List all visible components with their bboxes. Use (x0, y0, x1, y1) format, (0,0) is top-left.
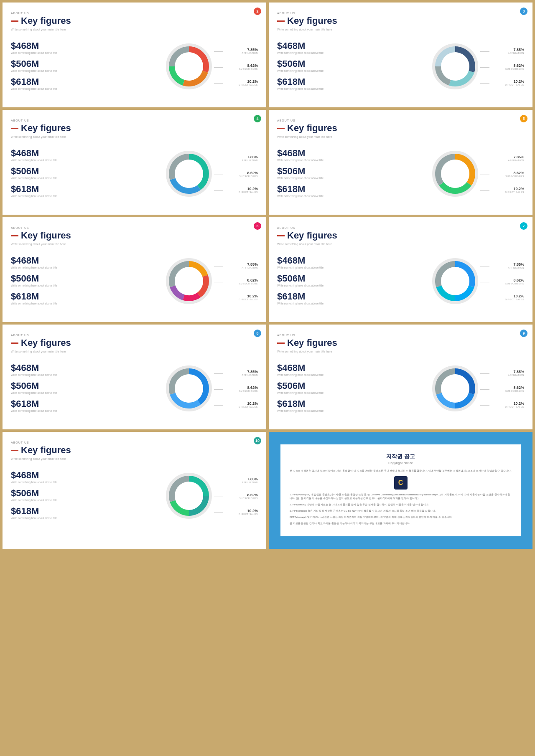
content-area: $468M Write something here about above t… (11, 357, 258, 422)
metric-value: $506M (11, 381, 162, 391)
metric-label: Write something here about above title (277, 391, 428, 394)
title-bar (277, 235, 285, 236)
legend-line-3 (480, 83, 489, 84)
legend-name: DIRECT SALES (239, 191, 258, 193)
copyright-paragraph: 2. PPT(Base2) 기반의 파일 자료는 본 사이트의 동의를 받지 않… (290, 503, 512, 507)
legend-line-3 (480, 405, 489, 406)
metric-value: $506M (11, 166, 162, 177)
legend-name: AFFILIATION (242, 266, 258, 269)
slide-subtitle: Write something about your main title he… (11, 457, 258, 460)
slide-subtitle: Write something about your main title he… (277, 28, 524, 31)
legend-item: 10.2% DIRECT SALES (505, 401, 524, 408)
about-label: ABOUT US (277, 12, 524, 15)
metric-item: $468M Write something here about above t… (277, 255, 428, 269)
legend-name: DIRECT SALES (239, 298, 258, 301)
legend-name: DIRECT SALES (239, 406, 258, 408)
legend-value: 8.62% (513, 171, 524, 175)
metric-item: $468M Write something here about above t… (11, 363, 162, 376)
slide-badge: 8 (254, 330, 261, 337)
metric-value: $618M (11, 184, 162, 195)
slide-subtitle: Write something about your main title he… (11, 243, 258, 246)
chart-area: 7.85% AFFILIATION 8.62% SUBSCRIBERS 10.2… (428, 35, 524, 100)
legend-line-2 (480, 282, 489, 282)
slide-title: Key figures (287, 337, 337, 348)
content-area: $468M Write something here about above t… (11, 250, 258, 315)
title-bar (11, 20, 18, 22)
metric-value: $618M (11, 398, 162, 409)
title-row: Key figures (11, 15, 258, 26)
metrics-panel: $468M Write something here about above t… (277, 41, 428, 94)
metric-item: $506M Write something here about above t… (11, 488, 162, 502)
metric-value: $506M (277, 58, 428, 69)
donut-wrapper (164, 256, 214, 308)
metric-value: $618M (11, 76, 162, 87)
metric-item: $618M Write something here about above t… (11, 398, 162, 412)
metrics-panel: $468M Write something here about above t… (277, 148, 428, 202)
legend-item: 7.85% AFFILIATION (242, 477, 258, 484)
legend-item: 8.62% SUBSCRIBERS (239, 493, 258, 500)
metric-item: $506M Write something here about above t… (277, 381, 428, 394)
metric-value: $618M (277, 76, 428, 87)
title-bar (277, 128, 285, 129)
metric-item: $468M Write something here about above t… (11, 148, 162, 162)
metric-value: $468M (277, 148, 428, 159)
legend-wrapper: 7.85% AFFILIATION 8.62% SUBSCRIBERS 10.2… (491, 254, 524, 312)
title-row: Key figures (277, 337, 524, 348)
slide-title: Key figures (21, 337, 71, 348)
title-row: Key figures (11, 123, 258, 134)
slide-7: 7 ABOUT US Key figures Write something a… (269, 217, 532, 322)
donut-wrapper (430, 363, 480, 415)
legend-name: AFFILIATION (508, 374, 524, 376)
donut-chart (164, 256, 214, 306)
slide-5: 5 ABOUT US Key figures Write something a… (269, 110, 532, 215)
metric-label: Write something here about above title (11, 87, 162, 90)
slide-9: 9 ABOUT US Key figures Write something a… (269, 325, 532, 429)
metric-value: $468M (277, 363, 428, 373)
legend-line-1 (214, 266, 223, 266)
legend-item: 7.85% AFFILIATION (242, 48, 258, 54)
about-label: ABOUT US (11, 334, 258, 337)
slide-4: 4 ABOUT US Key figures Write something a… (3, 110, 266, 215)
copyright-title: 저작권 공고 (290, 453, 512, 460)
legend-name: DIRECT SALES (239, 84, 258, 86)
legend-item: 10.2% DIRECT SALES (505, 294, 524, 301)
slide-badge: 6 (254, 222, 261, 230)
slide-title: Key figures (287, 123, 337, 134)
legend-value: 8.62% (247, 171, 258, 175)
content-area: $468M Write something here about above t… (277, 35, 524, 100)
legend-value: 7.85% (247, 155, 258, 159)
metric-label: Write something here about above title (11, 373, 162, 376)
copyright-subtitle: Copyright Notice (290, 461, 512, 465)
title-bar (277, 342, 285, 344)
metric-label: Write something here about above title (277, 302, 428, 305)
legend-line-1 (480, 159, 489, 159)
legend-line-2 (480, 67, 489, 68)
legend-value: 10.2% (513, 294, 524, 298)
legend-value: 10.2% (247, 294, 258, 298)
legend-name: AFFILIATION (242, 481, 258, 484)
legend-item: 7.85% AFFILIATION (242, 370, 258, 376)
legend-wrapper: 7.85% AFFILIATION 8.62% SUBSCRIBERS 10.2… (224, 147, 258, 205)
content-area: $468M Write something here about above t… (11, 142, 258, 207)
legend-item: 7.85% AFFILIATION (242, 155, 258, 162)
chart-area: 7.85% AFFILIATION 8.62% SUBSCRIBERS 10.2… (162, 142, 258, 207)
legend-value: 8.62% (247, 493, 258, 497)
legend-item: 7.85% AFFILIATION (508, 370, 524, 376)
metric-item: $468M Write something here about above t… (11, 41, 162, 54)
slide-subtitle: Write something about your main title he… (11, 28, 258, 31)
metric-item: $468M Write something here about above t… (277, 148, 428, 162)
metric-item: $506M Write something here about above t… (11, 58, 162, 72)
legend-line-2 (214, 282, 223, 282)
legend-value: 7.85% (513, 370, 524, 374)
legend-item: 10.2% DIRECT SALES (239, 401, 258, 408)
metric-value: $618M (277, 398, 428, 409)
copyright-paragraph: 3. PPT(Unique) 혹은 기타 직접 제작한 콘텐츠는 CC BY-N… (290, 509, 512, 513)
slide-badge: 3 (520, 8, 527, 15)
legend-wrapper: 7.85% AFFILIATION 8.62% SUBSCRIBERS 10.2… (224, 254, 258, 312)
donut-chart (164, 149, 214, 199)
donut-chart (430, 41, 480, 91)
legend-name: SUBSCRIBERS (239, 390, 258, 392)
slide-badge: 7 (520, 222, 527, 230)
legend-item: 10.2% DIRECT SALES (239, 294, 258, 301)
about-label: ABOUT US (11, 226, 258, 229)
